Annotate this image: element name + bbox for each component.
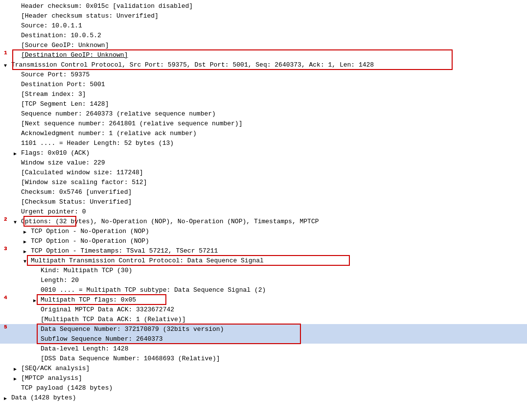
toggle-placeholder <box>14 189 20 195</box>
toggle-collapsed-icon[interactable] <box>23 248 29 254</box>
line-text: Data-level Length: 1428 <box>41 345 527 352</box>
packet-line: Destination: 10.0.5.2 <box>0 30 527 40</box>
line-text: [DSS Data Sequence Number: 10468693 (Rel… <box>41 355 527 362</box>
line-text: TCP Option - No-Operation (NOP) <box>31 228 527 235</box>
toggle-collapsed-icon[interactable] <box>4 395 10 400</box>
packet-line: Source: 10.0.1.1 <box>0 21 527 30</box>
ann5-num: 5 <box>4 324 7 330</box>
packet-line: [MPTCP analysis] <box>0 373 527 383</box>
toggle-placeholder <box>14 209 20 214</box>
ann2-num: 2 <box>4 216 7 222</box>
line-text: [TCP Segment Len: 1428] <box>21 100 527 108</box>
toggle-placeholder <box>14 52 20 58</box>
line-text: [Calculated window size: 117248] <box>21 169 527 176</box>
line-text: [Stream index: 3] <box>21 91 527 98</box>
toggle-placeholder <box>14 140 20 146</box>
toggle-placeholder <box>14 199 20 205</box>
toggle-placeholder <box>33 267 39 273</box>
toggle-collapsed-icon[interactable] <box>14 365 20 371</box>
line-text: [Checksum Status: Unverified] <box>21 198 527 206</box>
toggle-placeholder <box>14 81 20 87</box>
packet-line: Header checksum: 0x015c [validation disa… <box>0 1 527 11</box>
toggle-placeholder <box>14 101 20 107</box>
toggle-placeholder <box>14 42 20 48</box>
ann1-num: 1 <box>4 50 7 56</box>
toggle-placeholder <box>14 13 20 19</box>
packet-line: [SEQ/ACK analysis] <box>0 363 527 373</box>
packet-line: 0010 .... = Multipath TCP subtype: Data … <box>0 285 527 295</box>
packet-line: 1101 .... = Header Length: 52 bytes (13) <box>0 138 527 148</box>
toggle-placeholder <box>14 23 20 28</box>
line-text: Source Port: 59375 <box>21 71 527 78</box>
line-text: Acknowledgment number: 1 (relative ack n… <box>21 130 527 137</box>
line-text: TCP Option - Timestamps: TSval 57212, TS… <box>31 247 527 255</box>
line-text: Transmission Control Protocol, Src Port:… <box>11 61 527 69</box>
packet-line: Kind: Multipath TCP (30) <box>0 265 527 275</box>
packet-line: TCP Option - Timestamps: TSval 57212, TS… <box>0 246 527 256</box>
packet-line: [Header checksum status: Unverified] <box>0 11 527 21</box>
packet-line: Acknowledgment number: 1 (relative ack n… <box>0 128 527 138</box>
toggle-placeholder <box>14 32 20 38</box>
line-text: Kind: Multipath TCP (30) <box>41 267 527 274</box>
line-text: Destination Port: 5001 <box>21 81 527 88</box>
line-text: Length: 20 <box>41 277 527 284</box>
line-text: 0010 .... = Multipath TCP subtype: Data … <box>41 286 527 294</box>
toggle-expanded-icon[interactable] <box>14 218 20 224</box>
toggle-collapsed-icon[interactable] <box>14 150 20 156</box>
packet-line: [Calculated window size: 117248] <box>0 167 527 177</box>
packet-line: Data-level Length: 1428 <box>0 344 527 353</box>
packet-line: Window size value: 229 <box>0 158 527 167</box>
packet-line: Subflow Sequence Number: 2640373 <box>0 334 527 344</box>
packet-line: TCP payload (1428 bytes) <box>0 383 527 393</box>
packet-line: [Next sequence number: 2641801 (relative… <box>0 118 527 128</box>
toggle-placeholder <box>33 306 39 312</box>
line-text: Destination: 10.0.5.2 <box>21 32 527 39</box>
packet-line: [TCP Segment Len: 1428] <box>0 99 527 109</box>
toggle-placeholder <box>33 326 39 332</box>
line-text: Checksum: 0x5746 [unverified] <box>21 188 527 196</box>
line-text: Flags: 0x010 (ACK) <box>21 149 527 157</box>
toggle-collapsed-icon[interactable] <box>33 297 39 303</box>
toggle-collapsed-icon[interactable] <box>23 228 29 234</box>
line-text: [Window size scaling factor: 512] <box>21 179 527 186</box>
toggle-collapsed-icon[interactable] <box>23 238 29 244</box>
line-text: Options: (32 bytes), No-Operation (NOP),… <box>21 218 527 225</box>
packet-line: Checksum: 0x5746 [unverified] <box>0 187 527 197</box>
packet-line: TCP Option - No-Operation (NOP) <box>0 226 527 236</box>
toggle-placeholder <box>14 130 20 136</box>
line-text: 1101 .... = Header Length: 52 bytes (13) <box>21 140 527 147</box>
ann4-num: 4 <box>4 295 7 301</box>
line-text: [Source GeoIP: Unknown] <box>21 42 527 49</box>
toggle-placeholder <box>33 346 39 351</box>
packet-line: Urgent pointer: 0 <box>0 207 527 216</box>
packet-line: [Checksum Status: Unverified] <box>0 197 527 207</box>
packet-line: TCP Option - No-Operation (NOP) <box>0 236 527 246</box>
line-text: Data (1428 bytes) <box>11 394 527 401</box>
toggle-placeholder <box>14 91 20 97</box>
packet-line: [Stream index: 3] <box>0 89 527 99</box>
toggle-expanded-icon[interactable] <box>23 257 29 263</box>
toggle-placeholder <box>14 385 20 391</box>
toggle-placeholder <box>14 160 20 165</box>
packet-line: Multipath TCP flags: 0x05 <box>0 295 527 304</box>
toggle-placeholder <box>14 169 20 175</box>
toggle-placeholder <box>33 287 39 293</box>
packet-line: Data (1428 bytes) <box>0 393 527 402</box>
packet-line: [Source GeoIP: Unknown] <box>0 40 527 50</box>
line-text: Multipath Transmission Control Protocol:… <box>31 257 527 264</box>
toggle-expanded-icon[interactable] <box>4 62 10 68</box>
toggle-collapsed-icon[interactable] <box>14 375 20 381</box>
toggle-placeholder <box>14 111 20 117</box>
packet-line: Multipath Transmission Control Protocol:… <box>0 256 527 265</box>
packet-detail-panel: Header checksum: 0x015c [validation disa… <box>0 0 527 420</box>
line-text: [SEQ/ACK analysis] <box>21 365 527 372</box>
packet-line: [Multipath TCP Data ACK: 1 (Relative)] <box>0 314 527 324</box>
toggle-placeholder <box>14 120 20 126</box>
line-text: Multipath TCP flags: 0x05 <box>41 296 527 303</box>
toggle-placeholder <box>33 316 39 322</box>
toggle-placeholder <box>14 3 20 9</box>
packet-line: Transmission Control Protocol, Src Port:… <box>0 60 527 70</box>
line-text: Header checksum: 0x015c [validation disa… <box>21 2 527 10</box>
toggle-placeholder <box>14 71 20 77</box>
packet-line: [Window size scaling factor: 512] <box>0 177 527 187</box>
